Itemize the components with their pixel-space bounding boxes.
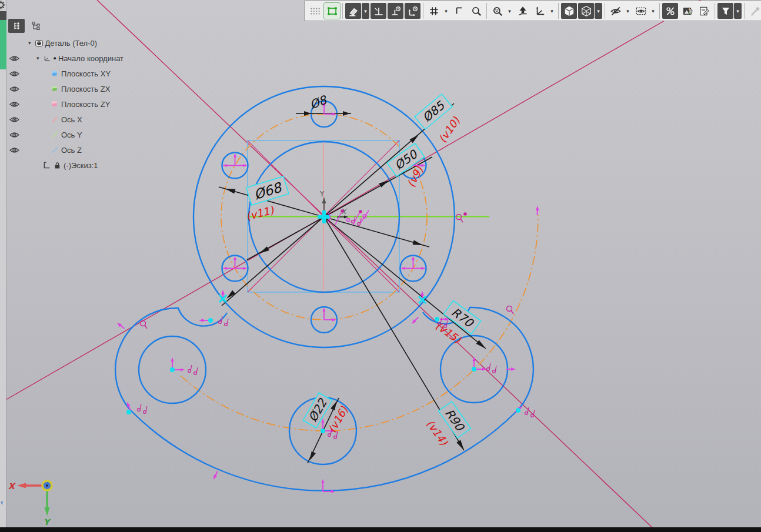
tree-item-axis-x[interactable]: Ось X — [6, 112, 176, 127]
grip-button[interactable] — [307, 3, 323, 19]
toolbar-separator — [558, 3, 559, 19]
display-shaded-button[interactable] — [561, 3, 577, 19]
cube-solid-icon — [563, 5, 575, 17]
tree-item-sketch1[interactable]: (-)Эскиз:1 — [6, 158, 176, 173]
svg-text:(v10): (v10) — [436, 114, 462, 145]
tree-item-plane-zx[interactable]: Плоскость ZX — [6, 81, 176, 96]
zoom-select-dropdown[interactable]: ▾ — [506, 3, 513, 19]
expander-icon[interactable]: ▾ — [28, 40, 31, 46]
grid-dropdown[interactable]: ▾ — [442, 3, 450, 19]
tree-item-label: Ось Y — [61, 131, 82, 139]
visibility-eye-icon[interactable] — [9, 101, 19, 108]
origin-bullet: ● — [54, 55, 56, 61]
magnifier-frame-icon — [492, 5, 503, 17]
view-toolbar: ▾▾▾▾▾▾▾▾ — [304, 1, 761, 21]
construction-square[interactable] — [248, 140, 489, 292]
expander-icon[interactable]: ▾ — [36, 55, 39, 61]
diagnostics-button[interactable] — [662, 3, 678, 19]
visibility-eye-icon[interactable] — [9, 132, 19, 138]
grid-button[interactable] — [426, 3, 442, 19]
plane-zx-icon — [51, 85, 59, 93]
show-objects-dropdown[interactable]: ▾ — [649, 3, 657, 19]
visibility-eye-icon[interactable] — [9, 86, 19, 92]
erase-button[interactable] — [345, 3, 361, 19]
tree-item-label: (-)Эскиз:1 — [64, 161, 98, 170]
dim-var-d85[interactable]: (v10) — [436, 114, 462, 145]
toolbar-separator — [605, 3, 605, 19]
perpendicular-constraint-button[interactable] — [371, 3, 386, 19]
model-tree-panel: ▾Деталь (Тел-0)▾●Начало координатПлоскос… — [6, 19, 176, 173]
zoom-area-button[interactable] — [468, 3, 484, 19]
tree-item-plane-xy[interactable]: Плоскость XY — [6, 66, 176, 81]
sketch-mode-button[interactable] — [324, 3, 340, 19]
lock-icon — [53, 161, 62, 170]
grip-dots-icon — [309, 5, 321, 17]
svg-text:(v16): (v16) — [326, 404, 351, 435]
eyedropper-icon — [749, 5, 761, 17]
corner-icon — [453, 5, 465, 17]
filter-dropdown[interactable]: ▾ — [734, 3, 742, 19]
toolbar-buttons: ▾▾▾▾▾▾▾▾ — [306, 3, 761, 19]
eyedropper-button — [747, 3, 761, 19]
axis-x-icon — [51, 115, 59, 124]
display-wireframe-dropdown[interactable]: ▾ — [595, 3, 602, 19]
tab-model-tree[interactable] — [28, 19, 44, 33]
tree-item-label: Плоскость ZX — [61, 85, 110, 93]
dof-eye-icon — [407, 5, 419, 17]
dim-label-d22[interactable]: Ø22 — [303, 393, 332, 428]
axis-z-icon — [51, 146, 59, 155]
eye-frame-icon — [635, 5, 647, 17]
show-constraints-button[interactable] — [388, 3, 403, 19]
dim-label-d8[interactable]: Ø8 — [308, 92, 330, 112]
part-icon — [35, 39, 44, 48]
tree-item-axis-z[interactable]: Ось Z — [6, 142, 176, 158]
origin-y-label: Y — [319, 190, 325, 198]
tab-params-icon — [11, 21, 22, 31]
visibility-eye-icon[interactable] — [9, 55, 19, 62]
svg-text:Ø8: Ø8 — [308, 92, 330, 112]
hide-objects-dropdown[interactable]: ▾ — [624, 3, 632, 19]
tree-items: ▾Деталь (Тел-0)▾●Начало координатПлоскос… — [6, 35, 176, 173]
visibility-eye-icon[interactable] — [9, 147, 19, 153]
tree-item-plane-zy[interactable]: Плоскость ZY — [6, 96, 176, 112]
sketch-frame-icon — [326, 5, 338, 17]
eraser-icon — [348, 5, 359, 17]
gear-icon[interactable] — [0, 1, 5, 12]
tree-item-label: Плоскость ZY — [61, 100, 110, 109]
orient-normal-button[interactable] — [515, 3, 530, 19]
picture-edit-icon — [699, 5, 710, 17]
plane-zy-icon — [51, 100, 59, 109]
zoom-select-button[interactable] — [489, 3, 505, 19]
dim-var-d22[interactable]: (v16) — [326, 404, 351, 435]
axes-icon — [534, 5, 546, 17]
grid-icon — [428, 5, 440, 17]
stamp-view-button[interactable] — [696, 3, 712, 19]
origin-icon — [43, 54, 52, 63]
filter-button[interactable] — [717, 3, 733, 19]
orient-up-icon — [517, 5, 529, 17]
show-dof-button[interactable] — [405, 3, 420, 19]
display-wireframe-button[interactable] — [578, 3, 594, 19]
hide-objects-button[interactable] — [608, 3, 623, 19]
toolbar-separator — [659, 3, 660, 19]
sketch-corner-icon — [42, 161, 51, 170]
tree-item-detail[interactable]: ▾Деталь (Тел-0) — [6, 35, 176, 51]
visibility-eye-icon[interactable] — [9, 116, 19, 123]
collapse-chevron-icon[interactable]: ‹ — [1, 497, 4, 507]
visibility-eye-icon[interactable] — [9, 71, 19, 77]
texture-view-button[interactable] — [679, 3, 695, 19]
show-objects-button[interactable] — [633, 3, 649, 19]
tree-item-label: Деталь (Тел-0) — [45, 39, 97, 48]
tab-tree-icon — [31, 21, 41, 31]
tab-model-params[interactable] — [8, 19, 25, 33]
tree-item-origin[interactable]: ▾●Начало координат — [6, 51, 176, 66]
magnifier-icon — [470, 5, 482, 17]
sketch-markers — [117, 102, 539, 493]
ortho-corner-button[interactable] — [451, 3, 467, 19]
orient-axes-button[interactable] — [532, 3, 548, 19]
orient-axes-dropdown[interactable]: ▾ — [548, 3, 556, 19]
toolbar-separator — [744, 3, 745, 19]
orientation-triad: X Y — [8, 481, 52, 527]
erase-dropdown[interactable]: ▾ — [362, 3, 369, 19]
tree-item-axis-y[interactable]: Ось Y — [6, 127, 176, 142]
